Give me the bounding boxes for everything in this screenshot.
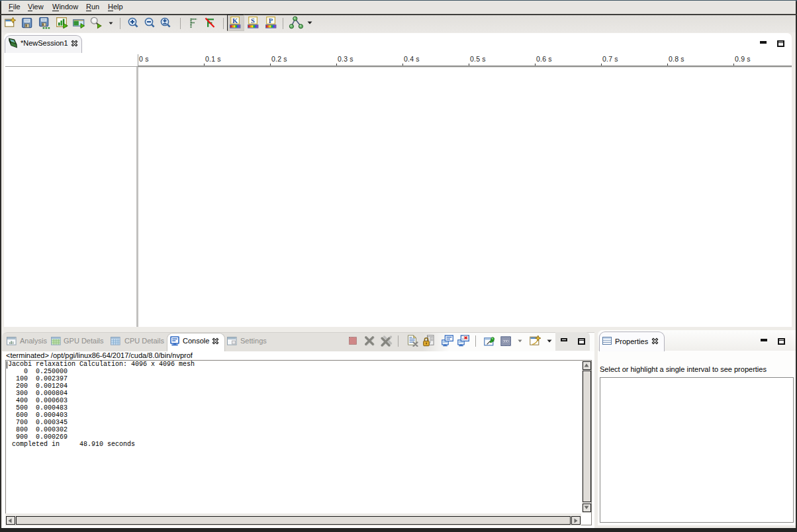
svg-text:P: P bbox=[269, 17, 273, 24]
svg-text:S: S bbox=[251, 17, 255, 24]
svg-text:K: K bbox=[232, 17, 238, 24]
